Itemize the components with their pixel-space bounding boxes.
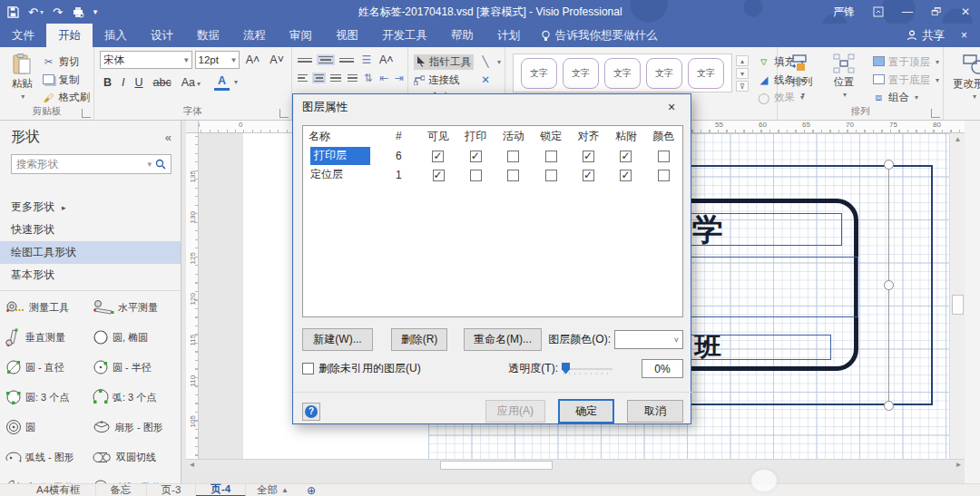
position-button[interactable]: 位置▾: [825, 51, 863, 105]
checkbox-active[interactable]: [507, 170, 519, 181]
print-preview-icon[interactable]: [72, 6, 84, 18]
save-icon[interactable]: [7, 6, 19, 18]
nav-more-shapes[interactable]: 更多形状▸: [0, 196, 181, 219]
stencil-item-arc-3-points[interactable]: 弧: 3 个点: [93, 386, 180, 408]
format-painter-button[interactable]: 🖌格式刷: [43, 90, 91, 105]
connector-tool-button[interactable]: 连接线: [414, 73, 474, 88]
line-tool-button[interactable]: ╲▾: [479, 54, 501, 70]
nav-quick-shapes[interactable]: 快速形状: [0, 219, 181, 241]
stencil-item-circle-radius[interactable]: 圆 - 半径: [93, 356, 180, 378]
font-family-combo[interactable]: 宋体▾: [100, 51, 192, 69]
ok-button[interactable]: 确定: [558, 399, 614, 423]
collapse-ribbon-icon[interactable]: ×: [961, 29, 967, 42]
bring-to-front-button[interactable]: 置于顶层▾: [872, 54, 939, 70]
shrink-font-icon[interactable]: A˅: [266, 53, 288, 67]
user-name[interactable]: 严锋: [833, 5, 855, 20]
dialog-close-icon[interactable]: ×: [662, 100, 681, 114]
cancel-button[interactable]: 取消: [627, 400, 683, 423]
copy-button[interactable]: 复制: [43, 73, 91, 88]
tab-plan[interactable]: 计划: [485, 24, 532, 47]
justify-icon[interactable]: [348, 74, 358, 83]
checkbox-snap[interactable]: [583, 170, 594, 181]
undo-icon[interactable]: ↶▾: [28, 5, 44, 19]
indent-increase-icon[interactable]: ⇥: [395, 72, 404, 84]
strikethrough-button[interactable]: abc: [150, 75, 175, 90]
stencil-item-horizontal-measure[interactable]: 水平测量: [93, 297, 180, 318]
bold-button[interactable]: B: [100, 75, 115, 90]
style-item-4[interactable]: 文字: [646, 58, 682, 89]
checkbox-print[interactable]: [470, 170, 482, 181]
grow-font-icon[interactable]: A˄: [242, 53, 264, 67]
nav-basic-shapes[interactable]: 基本形状: [0, 264, 181, 287]
checkbox-lock[interactable]: [545, 151, 557, 162]
minimize-icon[interactable]: —: [893, 0, 922, 24]
change-case-button[interactable]: Aa▾: [178, 75, 204, 90]
selection-handle-bottom[interactable]: [884, 401, 894, 411]
gallery-more-icon[interactable]: ⊽: [736, 81, 749, 92]
search-icon[interactable]: [155, 159, 166, 170]
vertical-scrollbar[interactable]: ▲ ▼: [949, 133, 965, 472]
send-to-back-button[interactable]: 置于底层▾: [872, 73, 939, 88]
selection-handle-middle[interactable]: [884, 280, 894, 290]
tell-me-box[interactable]: 告诉我你想要做什么: [532, 24, 667, 47]
new-page-icon[interactable]: ⊕: [299, 484, 323, 496]
page-tab-memo[interactable]: 备忘: [96, 484, 147, 496]
stencil-item-vertical-measure[interactable]: 垂直测量: [5, 326, 93, 348]
clipboard-dialog-launcher[interactable]: [82, 109, 91, 118]
apply-button[interactable]: 应用(A): [485, 400, 545, 423]
dialog-title-bar[interactable]: 图层属性 ×: [293, 94, 691, 120]
arrange-button[interactable]: 排列▾: [783, 51, 821, 105]
selection-handle-top[interactable]: [884, 160, 894, 170]
line-spacing-icon[interactable]: ⇅: [364, 72, 373, 84]
underline-button[interactable]: U: [132, 75, 147, 90]
new-layer-button[interactable]: 新建(W)...: [302, 328, 373, 351]
layer-row-print[interactable]: 打印层 6: [303, 146, 682, 165]
stencil-item-arc-value[interactable]: 弧线 - 数值: [93, 476, 180, 483]
tab-developer[interactable]: 开发工具: [370, 24, 439, 47]
gallery-up-icon[interactable]: ▴: [736, 55, 749, 66]
page-tab-4[interactable]: 页-4: [196, 484, 246, 496]
tab-process[interactable]: 流程: [231, 24, 278, 47]
tab-file[interactable]: 文件: [0, 24, 46, 47]
ribbon-display-options-icon[interactable]: [864, 0, 893, 24]
horizontal-scrollbar[interactable]: ◄ ►: [186, 459, 965, 470]
horizontal-scroll-thumb[interactable]: [440, 461, 553, 470]
customize-qat-icon[interactable]: ▾: [93, 7, 98, 16]
font-size-combo[interactable]: 12pt▾: [195, 51, 240, 69]
remove-unreferenced-checkbox[interactable]: [302, 363, 314, 374]
indent-decrease-icon[interactable]: ⇤: [379, 72, 388, 84]
transparency-slider[interactable]: [562, 363, 612, 375]
stencil-item-two-circle-tangent[interactable]: 双圆切线: [93, 446, 180, 468]
tab-review[interactable]: 审阅: [278, 24, 324, 47]
tab-data[interactable]: 数据: [185, 24, 231, 47]
style-item-5[interactable]: 文字: [688, 58, 724, 89]
align-left-icon[interactable]: [298, 74, 308, 83]
checkbox-color[interactable]: [658, 170, 670, 181]
checkbox-glue[interactable]: [620, 151, 632, 162]
checkbox-lock[interactable]: [545, 170, 557, 181]
align-middle-icon[interactable]: [318, 56, 333, 64]
style-item-2[interactable]: 文字: [563, 58, 599, 89]
align-top-icon[interactable]: [298, 58, 312, 63]
checkbox-visible[interactable]: [433, 170, 445, 181]
transparency-value-field[interactable]: 0%: [642, 359, 683, 378]
all-pages-button[interactable]: 全部 ▲: [246, 483, 299, 496]
checkbox-color[interactable]: [658, 151, 670, 162]
checkbox-active[interactable]: [507, 151, 519, 162]
vertical-scroll-thumb[interactable]: [952, 295, 964, 315]
style-item-3[interactable]: 文字: [604, 58, 641, 89]
close-icon[interactable]: ✕: [951, 0, 980, 24]
pointer-tool-button[interactable]: 指针工具: [414, 54, 474, 70]
checkbox-snap[interactable]: [583, 151, 594, 162]
style-item-1[interactable]: 文字: [521, 58, 557, 89]
text-direction-icon[interactable]: A˄: [379, 53, 394, 66]
page-tab-3[interactable]: 页-3: [147, 484, 197, 496]
scroll-up-icon[interactable]: ▲: [950, 133, 965, 146]
stencil-item-circle-diameter[interactable]: 圆 - 直径: [5, 356, 93, 378]
paste-button[interactable]: 粘贴▾: [5, 51, 39, 105]
tab-help[interactable]: 帮助: [439, 24, 485, 47]
cut-button[interactable]: ✂剪切: [43, 54, 91, 70]
search-dropdown-icon[interactable]: ▾: [143, 160, 155, 169]
arrange-dialog-launcher[interactable]: [931, 109, 940, 118]
rename-layer-button[interactable]: 重命名(M)...: [464, 328, 542, 351]
